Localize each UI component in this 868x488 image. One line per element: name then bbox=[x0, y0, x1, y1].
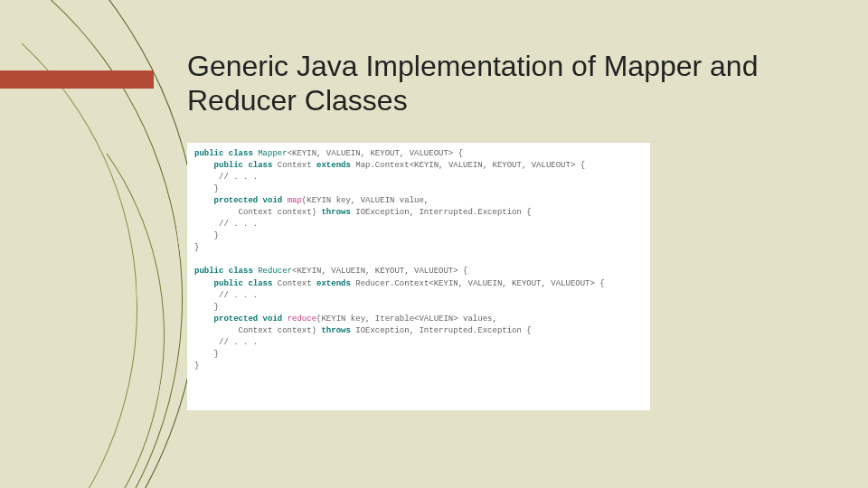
code-token: public class bbox=[194, 279, 278, 288]
code-token: // . . . bbox=[194, 338, 258, 347]
code-token: } bbox=[194, 184, 219, 193]
code-token: extends bbox=[316, 161, 355, 170]
code-token: reduce bbox=[288, 314, 316, 324]
code-token: } bbox=[194, 361, 199, 371]
code-token: Reducer.Context<KEYIN, VALUEIN, KEYOUT, … bbox=[355, 279, 604, 288]
code-token: extends bbox=[316, 279, 355, 288]
code-token: throws bbox=[321, 326, 355, 335]
code-token: } bbox=[194, 303, 219, 312]
code-token: public class bbox=[194, 161, 278, 170]
code-token: public class bbox=[194, 149, 258, 158]
code-block: public class Mapper<KEYIN, VALUEIN, KEYO… bbox=[187, 143, 650, 410]
code-token: } bbox=[194, 243, 199, 252]
code-token: } bbox=[194, 231, 219, 240]
slide: Generic Java Implementation of Mapper an… bbox=[0, 0, 868, 488]
code-token: Mapper bbox=[258, 149, 287, 158]
code-token: Context context) bbox=[194, 208, 321, 217]
code-token: // . . . bbox=[194, 173, 258, 182]
code-token: protected void bbox=[194, 196, 288, 205]
code-token: throws bbox=[321, 208, 355, 217]
code-token: Context bbox=[278, 161, 316, 170]
slide-title: Generic Java Implementation of Mapper an… bbox=[187, 49, 820, 118]
code-token: // . . . bbox=[194, 220, 258, 229]
code-token: Context context) bbox=[194, 326, 321, 335]
code-token: (KEYIN key, Iterable<VALUEIN> values, bbox=[316, 314, 497, 324]
code-token: IOException, Interrupted.Exception { bbox=[355, 326, 531, 335]
code-token: Context bbox=[278, 279, 316, 288]
code-token: (KEYIN key, VALUEIN value, bbox=[302, 196, 429, 205]
code-token: } bbox=[194, 350, 219, 359]
code-token: IOException, Interrupted.Exception { bbox=[355, 208, 531, 217]
code-token: Map.Context<KEYIN, VALUEIN, KEYOUT, VALU… bbox=[355, 161, 585, 170]
code-token: // . . . bbox=[194, 291, 258, 300]
code-token: map bbox=[288, 196, 302, 205]
code-token: protected void bbox=[194, 314, 288, 324]
accent-bar bbox=[0, 70, 154, 89]
code-token: Reducer bbox=[258, 267, 292, 276]
code-token: <KEYIN, VALUEIN, KEYOUT, VALUEOUT> { bbox=[292, 267, 467, 276]
code-token: <KEYIN, VALUEIN, KEYOUT, VALUEOUT> { bbox=[288, 149, 463, 158]
code-token: public class bbox=[194, 267, 258, 276]
